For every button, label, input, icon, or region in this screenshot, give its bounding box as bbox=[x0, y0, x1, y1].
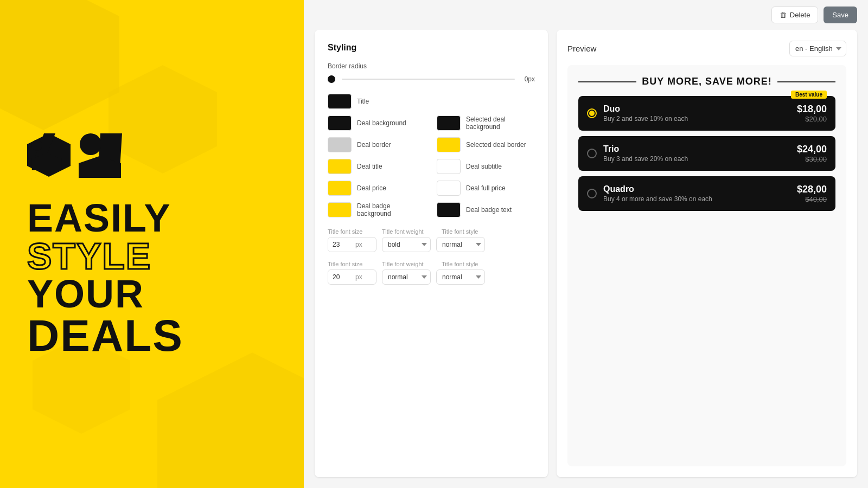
deal-radio-duo bbox=[587, 108, 597, 118]
deal-desc-quadro: Buy 4 or more and save 30% on each bbox=[603, 195, 790, 203]
color-row-deal-full-price: Deal full price bbox=[437, 181, 535, 196]
font-weight-col-label-1: Title font weight bbox=[382, 228, 436, 235]
font-size-group-1: px bbox=[328, 237, 376, 252]
font-controls-section-2: Title font size Title font weight Title … bbox=[328, 261, 535, 285]
color-label-deal-border: Deal border bbox=[357, 141, 391, 149]
border-radius-slider-row: 0px bbox=[328, 75, 535, 83]
deal-new-price-trio: $24,00 bbox=[797, 144, 827, 155]
preview-header: Preview en - English bbox=[567, 41, 846, 56]
font-weight-select-1[interactable]: bold normal bolder lighter bbox=[382, 237, 431, 252]
color-row-selected-deal-bg: Selected deal background bbox=[437, 115, 535, 131]
color-swatch-selected-deal-bg[interactable] bbox=[437, 115, 461, 131]
font-style-col-label-1: Title font style bbox=[442, 228, 496, 235]
color-swatch-deal-title[interactable] bbox=[328, 159, 352, 174]
promo-title-text: BUY MORE, SAVE MORE! bbox=[642, 76, 771, 87]
top-bar: 🗑 Delete Save bbox=[304, 0, 868, 30]
color-row-deal-badge-text: Deal badge text bbox=[437, 202, 535, 217]
color-label-title: Title bbox=[357, 98, 369, 105]
deal-card-trio[interactable]: Trio Buy 3 and save 20% on each $24,00 $… bbox=[578, 136, 835, 171]
deal-new-price-quadro: $28,00 bbox=[797, 184, 827, 195]
promo-title-line-right bbox=[777, 81, 835, 82]
color-swatch-deal-subtitle[interactable] bbox=[437, 159, 461, 174]
color-label-deal-bg: Deal background bbox=[357, 119, 406, 127]
preview-title: Preview bbox=[567, 44, 596, 53]
deal-name-quadro: Quadro bbox=[603, 184, 790, 194]
font-size-group-2: px bbox=[328, 269, 376, 285]
font-controls-section-1: Title font size Title font weight Title … bbox=[328, 228, 535, 252]
color-swatch-deal-border[interactable] bbox=[328, 137, 352, 152]
font-style-col-label-2: Title font style bbox=[442, 261, 496, 267]
delete-button[interactable]: 🗑 Delete bbox=[771, 7, 819, 23]
deal-old-price-quadro: $40,00 bbox=[797, 195, 827, 203]
logo-percent bbox=[79, 131, 149, 179]
tagline-style: STYLE bbox=[27, 237, 277, 274]
color-row-deal-title: Deal title bbox=[328, 159, 426, 174]
tagline: EASILY STYLE YOUR DEALS bbox=[27, 198, 277, 358]
color-row-selected-deal-border: Selected deal border bbox=[437, 137, 535, 152]
deal-info-duo: Duo Buy 2 and save 10% on each bbox=[603, 104, 790, 123]
color-swatch-deal-full-price[interactable] bbox=[437, 181, 461, 196]
color-swatch-deal-badge-text[interactable] bbox=[437, 202, 461, 217]
deal-info-quadro: Quadro Buy 4 or more and save 30% on eac… bbox=[603, 184, 790, 203]
font-style-select-1[interactable]: normal italic oblique bbox=[436, 237, 485, 252]
color-row-deal-bg: Deal background bbox=[328, 115, 426, 131]
color-swatch-selected-deal-border[interactable] bbox=[437, 137, 461, 152]
color-label-selected-deal-bg: Selected deal background bbox=[466, 115, 535, 131]
svg-point-5 bbox=[80, 133, 101, 155]
border-radius-label: Border radius bbox=[328, 62, 535, 70]
tagline-easily: EASILY bbox=[27, 198, 277, 237]
tagline-deals: DEALS bbox=[27, 313, 277, 358]
deal-name-duo: Duo bbox=[603, 104, 790, 114]
font-weight-col-label-2: Title font weight bbox=[382, 261, 436, 267]
color-label-deal-subtitle: Deal subtitle bbox=[466, 163, 502, 170]
color-swatch-deal-badge-bg[interactable] bbox=[328, 202, 352, 217]
deal-pricing-trio: $24,00 $30,00 bbox=[797, 144, 827, 163]
deal-radio-quadro bbox=[587, 189, 597, 198]
font-size-input-1[interactable] bbox=[328, 237, 355, 252]
logo-row bbox=[27, 131, 277, 179]
color-swatch-title[interactable] bbox=[328, 94, 352, 109]
deal-pricing-duo: $18,00 $20,00 bbox=[797, 104, 827, 123]
font-size-col-label-1: Title font size bbox=[328, 228, 376, 235]
color-row-title: Title bbox=[328, 94, 426, 109]
hex-shape-3 bbox=[157, 352, 304, 488]
promo-title-line-left bbox=[578, 81, 636, 82]
promo-title-row: BUY MORE, SAVE MORE! bbox=[578, 76, 835, 87]
language-select[interactable]: en - English bbox=[789, 41, 846, 56]
color-swatch-deal-price[interactable] bbox=[328, 181, 352, 196]
font-controls-row-1: px bold normal bolder lighter normal ita… bbox=[328, 237, 535, 252]
slider-track[interactable] bbox=[342, 79, 515, 80]
font-weight-select-2[interactable]: normal bold bolder lighter bbox=[382, 269, 431, 285]
left-panel: EASILY STYLE YOUR DEALS bbox=[0, 0, 304, 488]
deal-radio-trio bbox=[587, 149, 597, 158]
color-grid: Title Deal background Selected deal back… bbox=[328, 94, 535, 217]
percent-icon bbox=[27, 133, 71, 177]
delete-label: Delete bbox=[790, 11, 810, 19]
font-size-input-2[interactable] bbox=[328, 270, 355, 284]
color-label-deal-badge-text: Deal badge text bbox=[466, 206, 512, 214]
font-size-unit-2: px bbox=[355, 270, 367, 284]
deal-radio-inner-duo bbox=[589, 111, 595, 116]
font-style-select-2[interactable]: normal italic oblique bbox=[436, 269, 485, 285]
deal-pricing-quadro: $28,00 $40,00 bbox=[797, 184, 827, 203]
color-row-deal-subtitle: Deal subtitle bbox=[437, 159, 535, 174]
color-label-deal-price: Deal price bbox=[357, 184, 386, 192]
deal-new-price-duo: $18,00 bbox=[797, 104, 827, 115]
color-label-deal-badge-bg: Deal badge background bbox=[357, 202, 426, 217]
font-size-col-label-2: Title font size bbox=[328, 261, 376, 267]
deal-info-trio: Trio Buy 3 and save 20% on each bbox=[603, 144, 790, 163]
slider-dot bbox=[328, 75, 335, 83]
main-content: Styling Border radius 0px Title bbox=[304, 30, 868, 488]
deal-desc-trio: Buy 3 and save 20% on each bbox=[603, 155, 790, 163]
font-size-unit-1: px bbox=[355, 237, 367, 252]
color-row-deal-price: Deal price bbox=[328, 181, 426, 196]
trash-icon: 🗑 bbox=[780, 11, 787, 19]
save-button[interactable]: Save bbox=[824, 7, 857, 23]
right-panel: 🗑 Delete Save Styling Border radius 0px … bbox=[304, 0, 868, 488]
deal-card-duo[interactable]: Best value Duo Buy 2 and save 10% on eac… bbox=[578, 96, 835, 131]
color-label-selected-deal-border: Selected deal border bbox=[466, 141, 526, 149]
border-radius-value: 0px bbox=[521, 75, 535, 83]
color-swatch-deal-bg[interactable] bbox=[328, 115, 352, 131]
deal-card-quadro[interactable]: Quadro Buy 4 or more and save 30% on eac… bbox=[578, 176, 835, 211]
best-value-badge: Best value bbox=[791, 91, 827, 99]
